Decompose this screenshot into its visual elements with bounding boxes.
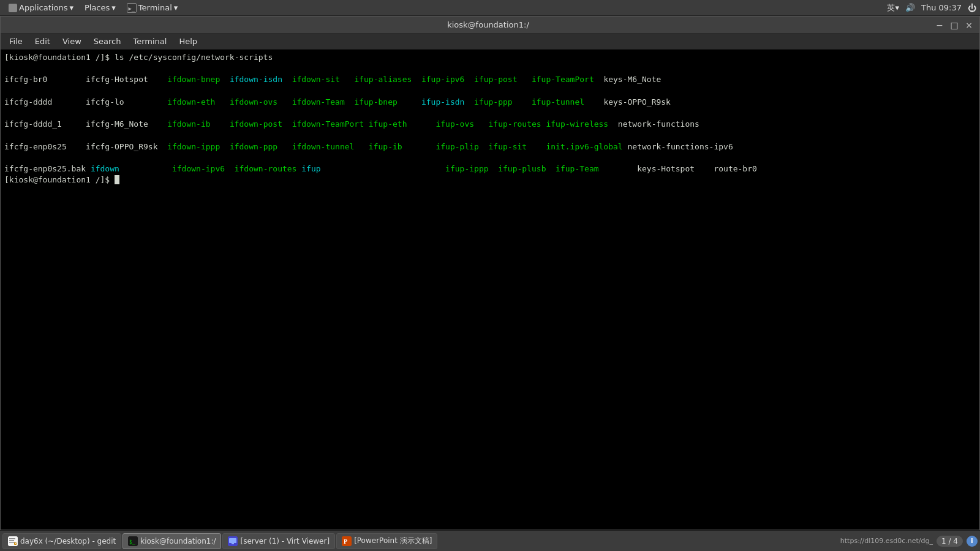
apps-icon (9, 4, 17, 12)
clock: Thu 09:37 (921, 3, 962, 12)
menu-edit[interactable]: Edit (29, 36, 56, 47)
close-button[interactable]: × (963, 20, 974, 30)
taskbar-virt-viewer[interactable]: [server (1) - Virt Viewer] (222, 533, 335, 549)
top-taskbar: Applications ▾ Places ▾ ▶_ Terminal ▾ 英▾… (0, 0, 980, 16)
gedit-icon (8, 536, 18, 546)
svg-rect-1 (9, 538, 15, 539)
bottom-apps: day6x (~/Desktop) - gedit $_ kiosk@found… (2, 533, 437, 549)
virt-viewer-icon (228, 536, 238, 546)
terminal-menubar: File Edit View Search Terminal Help (1, 34, 979, 50)
svg-rect-10 (232, 543, 234, 544)
taskbar-right: 英▾ 🔊 Thu 09:37 ⏻ (887, 2, 976, 13)
virt-viewer-label: [server (1) - Virt Viewer] (240, 537, 330, 545)
svg-text:P: P (344, 538, 347, 545)
gedit-label: day6x (~/Desktop) - gedit (20, 537, 116, 545)
bottom-taskbar: day6x (~/Desktop) - gedit $_ kiosk@found… (0, 530, 980, 551)
prompt-line: [kiosk@foundation1 /]$ (4, 174, 976, 186)
svg-rect-9 (229, 538, 236, 543)
menu-view[interactable]: View (56, 36, 88, 47)
output-line-4: ifcfg-enp0s25 ifcfg-OPPO_R9sk ifdown-ipp… (4, 130, 976, 152)
powerpoint-icon: P (342, 536, 352, 546)
pagination: 1 / 4 (937, 536, 963, 547)
svg-rect-3 (9, 542, 15, 543)
terminal-icon: ▶_ (127, 3, 137, 13)
terminal-taskbar-icon: $_ (128, 536, 138, 546)
menu-terminal[interactable]: Terminal (127, 36, 173, 47)
menu-search[interactable]: Search (88, 36, 127, 47)
bottom-right: https://dl109.esd0c.net/dg_ 1 / 4 i (840, 536, 978, 547)
menu-help[interactable]: Help (173, 36, 203, 47)
terminal-title: kiosk@foundation1:/ (42, 20, 934, 29)
maximize-button[interactable]: □ (949, 20, 960, 30)
taskbar-powerpoint[interactable]: P [PowerPoint 演示文稿] (336, 533, 437, 549)
terminal-titlebar: kiosk@foundation1:/ − □ × (1, 17, 979, 34)
terminal-label: Terminal (138, 3, 172, 12)
menu-file[interactable]: File (3, 36, 29, 47)
applications-label: Applications (19, 3, 67, 12)
language-indicator[interactable]: 英▾ (887, 2, 899, 13)
powerpoint-label: [PowerPoint 演示文稿] (354, 536, 432, 546)
url-display: https://dl109.esd0c.net/dg_ (840, 537, 933, 545)
info-icon[interactable]: i (967, 536, 978, 547)
taskbar-gedit[interactable]: day6x (~/Desktop) - gedit (2, 533, 121, 549)
volume-icon[interactable]: 🔊 (905, 3, 915, 12)
applications-menu[interactable]: Applications ▾ (4, 2, 78, 13)
command-line: [kiosk@foundation1 /]$ ls /etc/sysconfig… (4, 52, 976, 63)
output-line-2: ifcfg-dddd ifcfg-lo ifdown-eth ifdown-ov… (4, 86, 976, 108)
taskbar-terminal[interactable]: $_ kiosk@foundation1:/ (123, 533, 221, 549)
terminal-app-icon[interactable]: ▶_ Terminal ▾ (122, 2, 183, 14)
output-line-3: ifcfg-dddd_1 ifcfg-M6_Note ifdown-ib ifd… (4, 108, 976, 130)
svg-text:$_: $_ (129, 539, 135, 545)
terminal-window: kiosk@foundation1:/ − □ × File Edit View… (0, 16, 980, 530)
terminal-taskbar-label: kiosk@foundation1:/ (140, 537, 216, 545)
minimize-button[interactable]: − (934, 20, 945, 30)
terminal-controls: − □ × (934, 20, 974, 30)
svg-rect-2 (9, 540, 14, 541)
power-icon[interactable]: ⏻ (968, 3, 976, 13)
terminal-content[interactable]: [kiosk@foundation1 /]$ ls /etc/sysconfig… (1, 50, 979, 530)
places-menu[interactable]: Places ▾ (80, 2, 121, 13)
output-line-5: ifcfg-enp0s25.bak ifdown ifdown-ipv6 ifd… (4, 152, 976, 174)
places-label: Places (85, 3, 110, 12)
taskbar-left: Applications ▾ Places ▾ ▶_ Terminal ▾ (4, 2, 183, 14)
output-line-1: ifcfg-br0 ifcfg-Hotspot ifdown-bnep ifdo… (4, 63, 976, 85)
